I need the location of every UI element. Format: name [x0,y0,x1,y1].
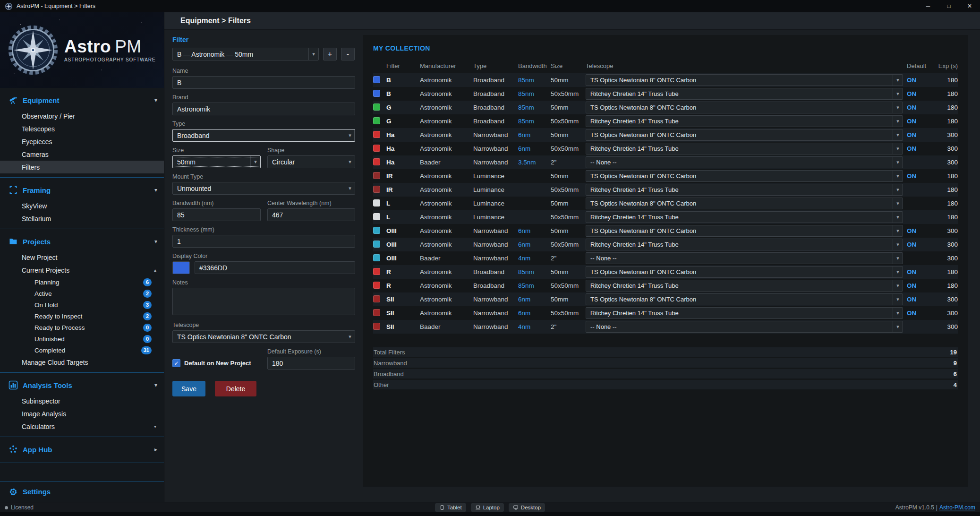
sidebar-item-ready-to-inspect[interactable]: Ready to Inspect2 [0,310,164,322]
sidebar-item-cameras[interactable]: Cameras [0,148,164,161]
summary-label: Other [374,381,389,388]
center-wavelength-field[interactable] [267,208,355,221]
section-label: Analysis Tools [23,381,72,389]
cell-size: 50mm [551,77,586,84]
sidebar-item-completed[interactable]: Completed31 [0,344,164,356]
sidebar-section-analysis-tools[interactable]: Analysis Tools▾ [0,376,164,395]
telescope-cell: Ritchey Chretien 14" Truss Tube▾ [586,143,907,155]
device-button-desktop[interactable]: Desktop [509,503,545,512]
swatch-cell [373,199,386,208]
sidebar-item-new-project[interactable]: New Project [0,251,164,264]
sidebar-item-ready-to-process[interactable]: Ready to Process0 [0,322,164,333]
bandwidth-field[interactable] [172,208,261,221]
delete-button[interactable]: Delete [215,381,256,396]
cell-exp: 300 [929,145,958,152]
row-telescope-select[interactable]: TS Optics Newtonian 8" ONTC Carbon▾ [586,225,903,237]
sidebar-item-on-hold[interactable]: On Hold3 [0,299,164,310]
filter-color-swatch [373,90,380,97]
table-row: HaAstronomikNarrowband6nm50x50mmRitchey … [373,142,958,155]
default-exposure-field[interactable] [267,357,355,370]
sidebar-item-active[interactable]: Active2 [0,288,164,299]
row-telescope-select[interactable]: -- None --▾ [586,321,903,333]
display-color-field[interactable] [195,261,355,274]
row-telescope-select[interactable]: -- None --▾ [586,252,903,264]
sidebar-section-projects[interactable]: Projects▾ [0,232,164,251]
row-telescope-select[interactable]: TS Optics Newtonian 8" ONTC Carbon▾ [586,170,903,182]
cell-type: Narrowband [473,145,518,152]
row-telescope-select[interactable]: TS Optics Newtonian 8" ONTC Carbon▾ [586,102,903,113]
row-telescope-select[interactable]: Ritchey Chretien 14" Truss Tube▾ [586,88,903,100]
row-telescope-select[interactable]: Ritchey Chretien 14" Truss Tube▾ [586,280,903,292]
sidebar-item-skyview[interactable]: SkyView [0,199,164,212]
count-badge: 0 [143,335,152,343]
sidebar-item-subinspector[interactable]: Subinspector [0,395,164,407]
cell-size: 50x50mm [551,145,586,152]
minimize-button[interactable]: ─ [918,0,938,12]
sidebar-section-app-hub[interactable]: App Hub▸ [0,440,164,459]
window-controls: ─ □ × [918,0,980,12]
filter-select[interactable]: B — Astronomik — 50mm ▾ [172,48,319,60]
brand-field[interactable] [172,103,355,115]
maximize-button[interactable]: □ [938,0,959,12]
sidebar-item-observatory-pier[interactable]: Observatory / Pier [0,110,164,122]
notes-field[interactable] [172,288,355,315]
cell-manufacturer: Baader [420,323,473,330]
chevron-down-icon: ▾ [893,171,903,181]
chevron-down-icon: ▾ [893,102,903,113]
row-telescope-select[interactable]: TS Optics Newtonian 8" ONTC Carbon▾ [586,74,903,86]
save-button[interactable]: Save [172,381,205,396]
version-separator: | [936,504,937,511]
telescope-select[interactable]: TS Optics Newtonian 8" ONTC Carbon ▾ [172,330,355,343]
sidebar-item-label: Subinspector [22,397,60,405]
sidebar-item-unfinished[interactable]: Unfinished0 [0,333,164,344]
telescope-select-value: Ritchey Chretien 14" Truss Tube [590,90,893,97]
row-telescope-select[interactable]: Ritchey Chretien 14" Truss Tube▾ [586,211,903,223]
sidebar-item-telescopes[interactable]: Telescopes [0,122,164,135]
sidebar-item-label: SkyView [22,202,47,210]
cell-manufacturer: Baader [420,159,473,166]
row-telescope-select[interactable]: TS Optics Newtonian 8" ONTC Carbon▾ [586,266,903,278]
close-button[interactable]: × [959,0,980,12]
sidebar-section-framing[interactable]: Framing▾ [0,181,164,199]
sidebar-item-current-projects[interactable]: Current Projects▴ [0,264,164,276]
row-telescope-select[interactable]: Ritchey Chretien 14" Truss Tube▾ [586,143,903,155]
name-field[interactable] [172,76,355,89]
row-telescope-select[interactable]: Ritchey Chretien 14" Truss Tube▾ [586,184,903,196]
device-button-laptop[interactable]: Laptop [471,503,504,512]
nav-section-projects: Projects▾New ProjectCurrent Projects▴Pla… [0,232,164,373]
row-telescope-select[interactable]: TS Optics Newtonian 8" ONTC Carbon▾ [586,198,903,209]
row-telescope-select[interactable]: TS Optics Newtonian 8" ONTC Carbon▾ [586,129,903,141]
sidebar-item-stellarium[interactable]: Stellarium [0,212,164,225]
telescope-select-value: -- None -- [590,323,893,330]
website-link[interactable]: Astro-PM.com [939,504,975,511]
sidebar-item-filters[interactable]: Filters [0,161,164,173]
display-color-swatch[interactable] [172,261,190,274]
sidebar-item-planning[interactable]: Planning6 [0,276,164,288]
shape-select[interactable]: Circular ▾ [267,155,355,168]
thickness-field[interactable] [172,235,355,248]
telescope-icon [9,95,18,105]
row-telescope-select[interactable]: -- None --▾ [586,156,903,168]
sidebar-item-eyepieces[interactable]: Eyepieces [0,135,164,148]
sidebar-section-equipment[interactable]: Equipment▾ [0,91,164,110]
row-telescope-select[interactable]: Ritchey Chretien 14" Truss Tube▾ [586,239,903,250]
row-telescope-select[interactable]: Ritchey Chretien 14" Truss Tube▾ [586,115,903,127]
column-bandwidth: Bandwidth [518,62,551,69]
remove-filter-button[interactable]: - [341,48,355,60]
row-telescope-select[interactable]: TS Optics Newtonian 8" ONTC Carbon▾ [586,293,903,305]
sidebar-item-manage-cloud-targets[interactable]: Manage Cloud Targets [0,356,164,369]
add-filter-button[interactable]: + [323,48,337,60]
telescope-cell: Ritchey Chretien 14" Truss Tube▾ [586,307,907,319]
size-select[interactable]: 50mm ▾ [172,155,261,168]
type-select[interactable]: Broadband ▾ [172,129,355,142]
sidebar-item-calculators[interactable]: Calculators▾ [0,420,164,433]
device-button-tablet[interactable]: Tablet [435,503,466,512]
default-on-new-project-checkbox[interactable]: ✓ [172,359,180,367]
mount-type-select[interactable]: Unmounted ▾ [172,182,355,195]
swatch-cell [373,268,386,276]
sidebar-item-settings[interactable]: Settings [0,481,164,502]
count-badge: 31 [141,346,152,354]
cell-size: 50mm [551,227,586,234]
sidebar-item-image-analysis[interactable]: Image Analysis [0,407,164,420]
row-telescope-select[interactable]: Ritchey Chretien 14" Truss Tube▾ [586,307,903,319]
